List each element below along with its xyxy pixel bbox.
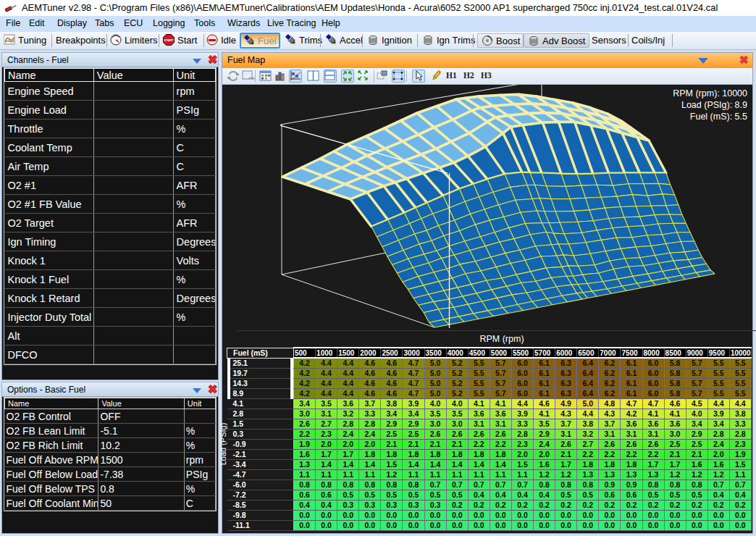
svg-text:START: START [164,38,174,42]
